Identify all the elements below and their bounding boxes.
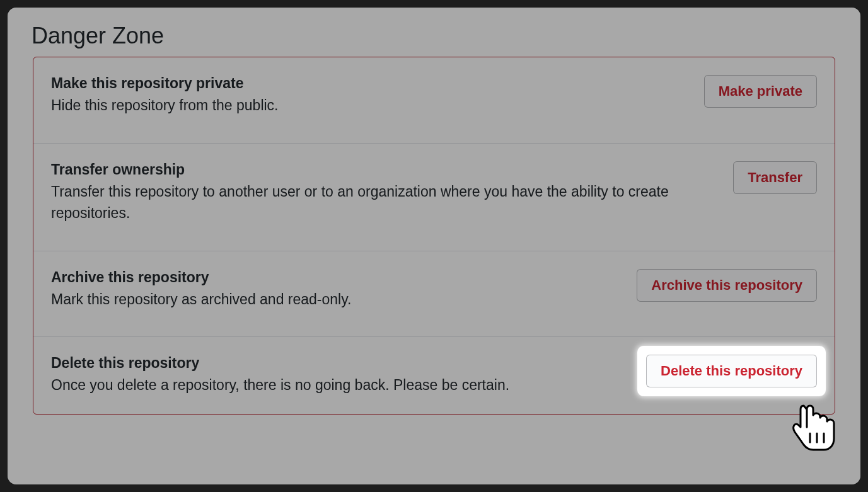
delete-title: Delete this repository <box>51 355 631 372</box>
transfer-title: Transfer ownership <box>51 161 718 178</box>
make-private-description: Hide this repository from the public. <box>51 94 689 117</box>
archive-title: Archive this repository <box>51 269 622 286</box>
danger-zone-heading: Danger Zone <box>32 23 835 49</box>
make-private-button[interactable]: Make private <box>704 75 817 108</box>
archive-button[interactable]: Archive this repository <box>637 269 817 302</box>
danger-zone-box: Make this repository private Hide this r… <box>33 57 835 415</box>
make-private-title: Make this repository private <box>51 75 689 92</box>
danger-item-transfer: Transfer ownership Transfer this reposit… <box>33 144 835 251</box>
delete-repository-button[interactable]: Delete this repository <box>646 355 817 387</box>
transfer-button[interactable]: Transfer <box>733 161 817 194</box>
archive-description: Mark this repository as archived and rea… <box>51 289 622 311</box>
transfer-description: Transfer this repository to another user… <box>51 181 718 224</box>
delete-description: Once you delete a repository, there is n… <box>51 374 631 396</box>
danger-item-make-private: Make this repository private Hide this r… <box>33 57 835 144</box>
danger-item-delete: Delete this repository Once you delete a… <box>33 337 835 414</box>
danger-item-archive: Archive this repository Mark this reposi… <box>33 251 835 338</box>
